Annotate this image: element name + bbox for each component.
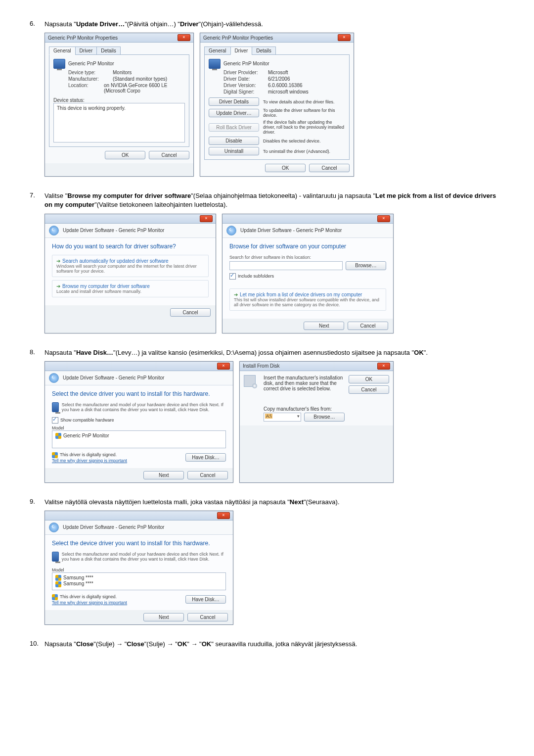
next-button[interactable]: Next bbox=[143, 613, 184, 621]
device-status-box: This device is working properly. bbox=[53, 103, 185, 142]
tab-general[interactable]: General bbox=[204, 47, 231, 55]
rollback-driver-button: Roll Back Driver bbox=[209, 123, 259, 132]
ok-button[interactable]: OK bbox=[265, 164, 306, 172]
close-icon[interactable]: × bbox=[178, 34, 190, 41]
ok-button[interactable]: OK bbox=[105, 151, 145, 159]
close-icon[interactable]: × bbox=[217, 512, 230, 519]
step-9-text: Valitse näytöllä olevasta näyttöjen luet… bbox=[44, 498, 504, 507]
tab-details[interactable]: Details bbox=[252, 47, 276, 55]
back-icon[interactable] bbox=[49, 226, 59, 236]
dialog-title: Install From Disk bbox=[243, 363, 279, 369]
cancel-button[interactable]: Cancel bbox=[149, 151, 189, 159]
model-listbox[interactable]: Samsung **** Samsung **** bbox=[52, 572, 226, 590]
wizard-title: Update Driver Software - Generic PnP Mon… bbox=[240, 228, 342, 233]
tab-driver[interactable]: Driver bbox=[230, 47, 253, 55]
tab-driver[interactable]: Driver bbox=[75, 47, 97, 55]
signing-info-link[interactable]: Tell me why driver signing is important bbox=[52, 600, 127, 605]
cancel-button[interactable]: Cancel bbox=[170, 308, 211, 317]
dialog-install-from-disk: Install From Disk × Insert the manufactu… bbox=[239, 361, 394, 483]
close-icon[interactable]: × bbox=[377, 215, 390, 222]
browse-button[interactable]: Browse… bbox=[346, 261, 386, 270]
step-6-text: Napsauta "Update Driver…"(Päivitä ohjain… bbox=[44, 20, 504, 29]
signing-info-link[interactable]: Tell me why driver signing is important bbox=[52, 458, 127, 463]
monitor-icon bbox=[52, 552, 59, 562]
step-8-text: Napsauta "Have Disk…"(Levy…) ja valitse … bbox=[44, 348, 504, 357]
close-icon[interactable]: × bbox=[217, 363, 230, 370]
option-browse-computer[interactable]: ➔Browse my computer for driver software … bbox=[52, 280, 209, 297]
device-name: Generic PnP Monitor bbox=[68, 61, 114, 66]
monitor-icon bbox=[53, 59, 65, 69]
cancel-button[interactable]: Cancel bbox=[187, 471, 228, 479]
cancel-button[interactable]: Cancel bbox=[309, 164, 350, 172]
model-listbox[interactable]: Generic PnP Monitor bbox=[52, 430, 226, 448]
install-disk-message: Insert the manufacturer's installation d… bbox=[264, 375, 345, 391]
update-driver-button[interactable]: Update Driver… bbox=[209, 109, 259, 117]
cancel-button[interactable]: Cancel bbox=[349, 385, 389, 394]
have-disk-button[interactable]: Have Disk… bbox=[185, 453, 226, 462]
step-7-text: Valitse "Browse my computer for driver s… bbox=[44, 191, 504, 209]
wizard-title: Update Driver Software - Generic PnP Mon… bbox=[63, 524, 164, 530]
shield-icon bbox=[55, 581, 61, 587]
next-button[interactable]: Next bbox=[143, 471, 184, 479]
uninstall-button[interactable]: Uninstall bbox=[209, 147, 259, 155]
close-icon[interactable]: × bbox=[200, 215, 213, 222]
dialog-select-model: × Update Driver Software - Generic PnP M… bbox=[44, 511, 233, 625]
tab-general[interactable]: General bbox=[49, 47, 76, 55]
device-name: Generic PnP Monitor bbox=[223, 61, 269, 66]
back-icon[interactable] bbox=[49, 373, 59, 383]
close-icon[interactable]: × bbox=[377, 363, 390, 370]
step-number: 7. bbox=[30, 191, 44, 333]
model-label: Model bbox=[52, 567, 226, 572]
wizard-title: Update Driver Software - Generic PnP Mon… bbox=[63, 228, 164, 233]
step-number: 8. bbox=[30, 348, 44, 483]
model-label: Model bbox=[52, 425, 226, 430]
dialog-update-wizard-search: × Update Driver Software - Generic PnP M… bbox=[44, 214, 216, 333]
back-icon[interactable] bbox=[49, 522, 59, 532]
monitor-icon bbox=[209, 59, 221, 69]
close-icon[interactable]: × bbox=[338, 34, 351, 41]
dialog-select-driver: × Update Driver Software - Generic PnP M… bbox=[44, 361, 233, 483]
cancel-button[interactable]: Cancel bbox=[187, 613, 228, 621]
wizard-heading: Browse for driver software on your compu… bbox=[229, 243, 386, 250]
step-number: 9. bbox=[30, 498, 44, 625]
browse-button[interactable]: Browse… bbox=[304, 413, 345, 422]
step-number: 10. bbox=[30, 640, 44, 653]
dialog-title: Generic PnP Monitor Properties bbox=[203, 35, 273, 41]
disable-button[interactable]: Disable bbox=[209, 137, 259, 145]
ok-button[interactable]: OK bbox=[349, 375, 389, 383]
have-disk-button[interactable]: Have Disk… bbox=[185, 595, 226, 604]
shield-icon bbox=[52, 452, 58, 458]
wizard-heading: How do you want to search for driver sof… bbox=[52, 243, 209, 250]
monitor-icon bbox=[52, 402, 59, 412]
location-field[interactable] bbox=[229, 261, 343, 270]
dialog-properties-driver: Generic PnP Monitor Properties × General… bbox=[200, 33, 354, 177]
wizard-title: Update Driver Software - Generic PnP Mon… bbox=[63, 375, 164, 380]
dialog-title: Generic PnP Monitor Properties bbox=[48, 35, 118, 41]
wizard-heading: Select the device driver you want to ins… bbox=[52, 540, 226, 547]
search-location-label: Search for driver software in this locat… bbox=[229, 255, 386, 260]
step-10-text: Napsauta "Close"(Sulje) → "Close"(Sulje)… bbox=[44, 640, 504, 649]
tab-details[interactable]: Details bbox=[96, 47, 121, 55]
shield-icon bbox=[52, 594, 58, 600]
option-search-auto[interactable]: ➔Search automatically for updated driver… bbox=[52, 255, 209, 277]
shield-icon bbox=[55, 575, 61, 581]
disk-icon bbox=[244, 375, 256, 387]
wizard-heading: Select the device driver you want to ins… bbox=[52, 390, 226, 397]
show-compatible-checkbox[interactable] bbox=[52, 417, 58, 424]
shield-icon bbox=[55, 433, 61, 439]
copy-from-label: Copy manufacturer's files from: bbox=[264, 406, 345, 412]
step-number: 6. bbox=[30, 20, 44, 177]
back-icon[interactable] bbox=[226, 226, 236, 236]
option-pick-from-list[interactable]: ➔Let me pick from a list of device drive… bbox=[229, 288, 386, 311]
include-subfolders-checkbox[interactable] bbox=[229, 273, 236, 280]
cancel-button[interactable]: Cancel bbox=[348, 322, 388, 330]
dialog-update-wizard-browse: × Update Driver Software - Generic PnP M… bbox=[222, 214, 394, 333]
driver-details-button[interactable]: Driver Details bbox=[209, 97, 259, 106]
dialog-properties-general: Generic PnP Monitor Properties × General… bbox=[44, 33, 194, 177]
path-field[interactable]: A:\ ▾ bbox=[264, 413, 301, 422]
device-status-label: Device status: bbox=[53, 97, 185, 103]
next-button[interactable]: Next bbox=[304, 322, 344, 330]
